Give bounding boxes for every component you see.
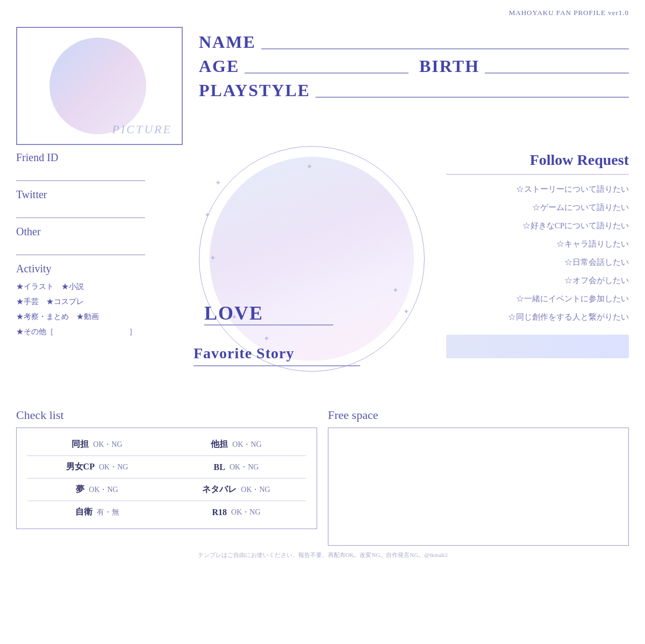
birth-item: BIRTH <box>419 56 629 76</box>
netabare-options: OK・NG <box>241 485 270 495</box>
love-underline <box>204 324 333 325</box>
star-3: ✦ <box>210 254 216 263</box>
big-circle-inner <box>210 157 414 361</box>
doudan-name: 同担 <box>71 439 89 450</box>
picture-circle <box>49 38 146 134</box>
twitter-label: Twitter <box>16 189 183 201</box>
picture-box: PICTURE <box>16 27 183 145</box>
doudan-options: OK・NG <box>93 440 122 450</box>
bottom-section: Check list 同担 OK・NG 他担 OK・NG 男女CP OK・ <box>16 408 629 546</box>
follow-underline <box>446 174 629 175</box>
footer-text: テンプレはご自由にお使いください。報告不要。再配布OK。改変NG。自作発言NG。… <box>16 551 629 559</box>
star-2: ✦ <box>204 211 211 220</box>
checklist-col: Check list 同担 OK・NG 他担 OK・NG 男女CP OK・ <box>16 408 317 546</box>
name-label: NAME <box>199 32 256 52</box>
friend-id-label: Friend ID <box>16 151 183 164</box>
freespace-box <box>328 428 629 546</box>
freespace-col: Free space <box>328 408 629 546</box>
birth-label: BIRTH <box>419 56 479 76</box>
follow-item-2: ☆ゲームについて語りたい <box>446 198 629 216</box>
checklist-item-hkadan: 他担 OK・NG <box>167 439 306 450</box>
follow-item-6: ☆オフ会がしたい <box>446 271 629 290</box>
checklist-row-2: 男女CP OK・NG BL OK・NG <box>27 456 306 479</box>
jiei-options: 有・無 <box>97 508 119 517</box>
friend-id-field <box>16 166 145 181</box>
name-line <box>261 48 629 49</box>
follow-item-4: ☆キャラ語りしたい <box>446 235 629 253</box>
other-field <box>16 240 145 255</box>
twitter-field <box>16 203 145 218</box>
activity-item-1: ★イラスト ★小説 <box>16 279 183 294</box>
checklist-row-4: 自衛 有・無 R18 OK・NG <box>27 501 306 523</box>
hkadan-name: 他担 <box>211 439 228 450</box>
right-col: Follow Request ☆ストーリーについて語りたい ☆ゲームについて語り… <box>441 151 629 399</box>
favorite-story-underline <box>194 365 360 366</box>
checklist-item-bl: BL OK・NG <box>167 462 306 472</box>
freespace-title: Free space <box>328 408 629 422</box>
star-8: ✦ <box>403 307 410 316</box>
danjocp-name: 男女CP <box>66 461 95 473</box>
playstyle-row: PLAYSTYLE <box>199 81 629 100</box>
follow-item-3: ☆好きなCPについて語りたい <box>446 216 629 235</box>
hkadan-options: OK・NG <box>232 440 261 450</box>
jiei-name: 自衛 <box>75 506 92 518</box>
danjocp-options: OK・NG <box>99 462 128 472</box>
birth-line <box>485 73 629 74</box>
top-section: PICTURE NAME AGE BIRTH PL <box>16 27 629 145</box>
star-7: ✦ <box>392 286 399 295</box>
page-wrapper: MAHOYAKU FAN PROFILE ver1.0 PICTURE NAME… <box>0 0 645 644</box>
center-col: ✦ ✦ ✦ ✦ ✦ ✦ ✦ ✦ LOVE Favorite Story <box>188 151 441 399</box>
netabare-name: ネタバレ <box>202 484 236 495</box>
checklist-item-yume: 夢 OK・NG <box>27 484 167 495</box>
checklist-item-netabare: ネタバレ OK・NG <box>167 484 306 495</box>
profile-fields: NAME AGE BIRTH PLAYSTYLE <box>199 27 629 105</box>
activity-item-2: ★手芸 ★コスプレ <box>16 294 183 309</box>
big-circle-container: ✦ ✦ ✦ ✦ ✦ ✦ ✦ ✦ <box>199 146 425 372</box>
left-col: Friend ID Twitter Other Activity ★イラスト ★… <box>16 151 188 399</box>
yume-options: OK・NG <box>89 485 118 495</box>
r18-name: R18 <box>212 508 227 517</box>
follow-item-8: ☆同じ創作をする人と繋がりたい <box>446 308 629 326</box>
age-item: AGE <box>199 56 408 76</box>
r18-options: OK・NG <box>231 508 260 517</box>
mid-section: Friend ID Twitter Other Activity ★イラスト ★… <box>16 151 629 399</box>
checklist-item-jiei: 自衛 有・無 <box>27 506 167 518</box>
follow-request-title: Follow Request <box>446 151 629 169</box>
checklist-title: Check list <box>16 408 317 422</box>
blue-ribbon <box>446 335 629 358</box>
name-row: NAME <box>199 32 629 52</box>
playstyle-line <box>316 97 629 98</box>
follow-item-5: ☆日常会話したい <box>446 253 629 271</box>
favorite-story-label: Favorite Story <box>194 345 294 362</box>
star-5: ✦ <box>263 334 270 343</box>
other-label: Other <box>16 226 183 238</box>
page-header: MAHOYAKU FAN PROFILE ver1.0 <box>509 9 629 17</box>
page-title: MAHOYAKU FAN PROFILE ver1.0 <box>509 9 629 17</box>
follow-item-1: ☆ストーリーについて語りたい <box>446 180 629 198</box>
follow-item-7: ☆一緒にイベントに参加したい <box>446 290 629 308</box>
checklist-item-danjocp: 男女CP OK・NG <box>27 461 167 473</box>
bl-name: BL <box>214 462 225 472</box>
picture-label: PICTURE <box>112 122 172 136</box>
age-line <box>245 73 408 74</box>
bl-options: OK・NG <box>230 462 259 472</box>
activity-label: Activity <box>16 263 183 275</box>
checklist-row-1: 同担 OK・NG 他担 OK・NG <box>27 433 306 456</box>
checklist-box: 同担 OK・NG 他担 OK・NG 男女CP OK・NG BL <box>16 428 317 529</box>
checklist-row-3: 夢 OK・NG ネタバレ OK・NG <box>27 479 306 501</box>
yume-name: 夢 <box>76 484 84 495</box>
star-6: ✦ <box>306 162 313 171</box>
activity-item-4: ★その他［ ］ <box>16 324 183 339</box>
age-birth-row: AGE BIRTH <box>199 56 629 76</box>
activity-items: ★イラスト ★小説 ★手芸 ★コスプレ ★考察・まとめ ★動画 ★その他［ ］ <box>16 279 183 339</box>
checklist-item-doudan: 同担 OK・NG <box>27 439 167 450</box>
star-1: ✦ <box>215 178 221 187</box>
playstyle-label: PLAYSTYLE <box>199 81 310 100</box>
checklist-item-r18: R18 OK・NG <box>167 508 306 517</box>
age-label: AGE <box>199 56 239 76</box>
activity-item-3: ★考察・まとめ ★動画 <box>16 309 183 324</box>
love-label: LOVE <box>204 302 263 324</box>
